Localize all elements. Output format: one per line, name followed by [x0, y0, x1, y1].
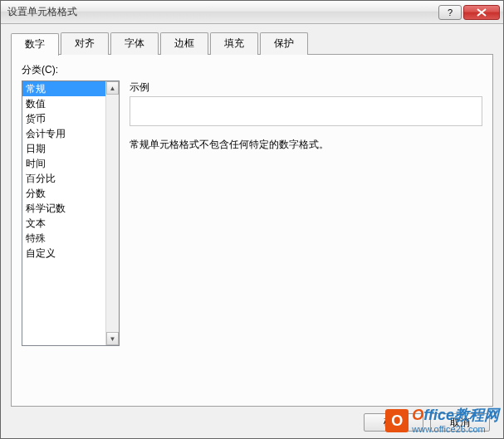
sample-box	[130, 96, 482, 126]
category-item-custom[interactable]: 自定义	[22, 246, 105, 261]
tab-font[interactable]: 字体	[110, 32, 159, 55]
preview-panel: 示例 常规单元格格式不包含任何特定的数字格式。	[130, 80, 482, 398]
tab-border[interactable]: 边框	[160, 32, 208, 55]
category-item-general[interactable]: 常规	[22, 81, 105, 96]
category-item-date[interactable]: 日期	[22, 141, 105, 156]
format-description: 常规单元格格式不包含任何特定的数字格式。	[130, 138, 482, 152]
category-item-currency[interactable]: 货币	[22, 111, 105, 126]
panel-body: 常规 数值 货币 会计专用 日期 时间 百分比 分数 科学记数 文本 特殊 自定…	[22, 80, 482, 398]
tab-alignment[interactable]: 对齐	[61, 32, 109, 55]
tab-protection[interactable]: 保护	[260, 32, 308, 55]
help-icon: ?	[448, 7, 453, 17]
category-item-text[interactable]: 文本	[22, 216, 105, 231]
cancel-button[interactable]: 取消	[430, 413, 490, 432]
category-item-percentage[interactable]: 百分比	[22, 171, 105, 186]
titlebar: 设置单元格格式 ?	[1, 1, 503, 24]
category-item-special[interactable]: 特殊	[22, 231, 105, 246]
sample-label: 示例	[130, 80, 482, 95]
dialog-content: 数字 对齐 字体 边框 填充 保护 分类(C): 常规 数值 货币 会计专用 日…	[1, 24, 503, 438]
close-button[interactable]	[463, 5, 500, 20]
category-item-fraction[interactable]: 分数	[22, 186, 105, 201]
help-button[interactable]: ?	[438, 5, 462, 20]
category-item-time[interactable]: 时间	[22, 156, 105, 171]
category-label: 分类(C):	[22, 63, 482, 77]
scroll-down-arrow[interactable]: ▼	[106, 332, 119, 345]
scroll-track[interactable]	[106, 95, 119, 332]
category-listbox[interactable]: 常规 数值 货币 会计专用 日期 时间 百分比 分数 科学记数 文本 特殊 自定…	[22, 80, 120, 346]
tab-strip: 数字 对齐 字体 边框 填充 保护	[11, 32, 493, 55]
dialog-window: 设置单元格格式 ? 数字 对齐 字体 边框 填充 保护 分类(C): 常规	[0, 0, 504, 439]
tab-number[interactable]: 数字	[11, 33, 59, 56]
category-item-number[interactable]: 数值	[22, 96, 105, 111]
window-title: 设置单元格格式	[7, 5, 438, 19]
window-buttons: ?	[438, 5, 500, 20]
category-item-accounting[interactable]: 会计专用	[22, 126, 105, 141]
scroll-up-arrow[interactable]: ▲	[106, 81, 119, 95]
category-item-scientific[interactable]: 科学记数	[22, 201, 105, 216]
close-icon	[477, 8, 487, 17]
listbox-scrollbar[interactable]: ▲ ▼	[105, 81, 119, 345]
tab-panel-number: 分类(C): 常规 数值 货币 会计专用 日期 时间 百分比 分数 科学记数 文…	[11, 54, 493, 407]
ok-button[interactable]: 确定	[364, 413, 423, 432]
category-list: 常规 数值 货币 会计专用 日期 时间 百分比 分数 科学记数 文本 特殊 自定…	[22, 81, 105, 345]
tab-fill[interactable]: 填充	[210, 32, 258, 55]
dialog-footer: 确定 取消	[11, 413, 493, 432]
